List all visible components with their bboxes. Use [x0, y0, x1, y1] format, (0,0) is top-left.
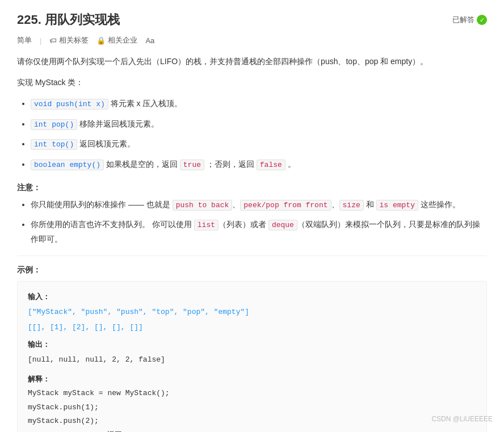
- description-line2: 实现 MyStack 类：: [17, 76, 487, 90]
- related-companies-item[interactable]: 🔒 相关企业: [96, 35, 137, 45]
- company-icon: 🔒: [96, 36, 106, 45]
- output-label-row: 输出：: [28, 337, 476, 352]
- note-section: 注意： 你只能使用队列的标准操作 —— 也就是 push to back、pee…: [17, 183, 487, 246]
- input-label-row: 输入：: [28, 290, 476, 304]
- input-line2: [[], [1], [2], [], [], []]: [28, 320, 476, 335]
- explain-label-row: 解释：: [28, 372, 476, 387]
- divider1: |: [40, 36, 41, 45]
- example-section: 示例： 输入： ["MyStack", "push", "push", "top…: [17, 265, 487, 432]
- note-title: 注意：: [17, 183, 487, 193]
- font-size-item[interactable]: Aa: [145, 36, 154, 45]
- method-signature-2: int top(): [31, 139, 77, 150]
- list-item: 你只能使用队列的标准操作 —— 也就是 push to back、peek/po…: [31, 198, 487, 212]
- related-tags-label: 相关标签: [59, 35, 89, 45]
- method-desc-3-text: 如果栈是空的，返回 true ；否则，返回 false 。: [106, 160, 296, 169]
- method-signature-0: void push(int x): [31, 99, 108, 110]
- tags-row: 简单 | 🏷 相关标签 🔒 相关企业 Aa: [17, 35, 487, 45]
- explain-code-block: MyStack myStack = new MyStack(); myStack…: [28, 387, 476, 432]
- note-list: 你只能使用队列的标准操作 —— 也就是 push to back、peek/po…: [17, 198, 487, 246]
- footer-brand: CSDN @LiUEEEEE: [431, 415, 493, 423]
- input-code-line1: ["MyStack", "push", "push", "top", "pop"…: [28, 308, 249, 316]
- method-signature-3: boolean empty(): [31, 160, 104, 170]
- input-line1: ["MyStack", "push", "push", "top", "pop"…: [28, 304, 476, 320]
- note-item-0-text: 你只能使用队列的标准操作 —— 也就是 push to back、peek/po…: [31, 200, 460, 209]
- note-item-1-text: 你所使用的语言也许不支持队列。 你可以使用 list（列表）或者 deque（双…: [31, 220, 480, 243]
- output-label: 输出：: [28, 340, 50, 349]
- method-desc-2: 返回栈顶元素。: [79, 139, 135, 148]
- input-code-line2: [[], [1], [2], [], [], []]: [28, 323, 143, 332]
- input-label: 输入：: [28, 292, 50, 301]
- list-item: int top() 返回栈顶元素。: [31, 137, 487, 151]
- difficulty-tag[interactable]: 简单: [17, 35, 32, 45]
- problem-number: 225.: [17, 12, 41, 27]
- tag-icon: 🏷: [49, 36, 57, 45]
- explain-line-0: MyStack myStack = new MyStack();: [28, 387, 476, 401]
- output-value: [null, null, null, 2, 2, false]: [28, 355, 165, 364]
- solved-label: 已解答: [452, 15, 474, 25]
- example-box: 输入： ["MyStack", "push", "push", "top", "…: [17, 281, 487, 432]
- section-divider: [17, 255, 487, 256]
- problem-title: 用队列实现栈: [45, 12, 120, 27]
- description-line1: 请你仅使用两个队列实现一个后入先出（LIFO）的栈，并支持普通栈的全部四种操作（…: [17, 54, 487, 69]
- check-icon: ✓: [477, 15, 487, 25]
- explain-line-2: myStack.push(2);: [28, 414, 476, 429]
- method-list: void push(int x) 将元素 x 压入栈顶。 int pop() 移…: [17, 97, 487, 171]
- explain-line-3: myStack.top(); // 返回 2: [28, 429, 476, 432]
- solved-badge: 已解答 ✓: [452, 15, 487, 25]
- method-desc-0: 将元素 x 压入栈顶。: [111, 99, 183, 108]
- method-desc-1: 移除并返回栈顶元素。: [79, 119, 159, 128]
- related-tags-item[interactable]: 🏷 相关标签: [49, 35, 89, 45]
- related-companies-label: 相关企业: [108, 35, 137, 45]
- list-item: 你所使用的语言也许不支持队列。 你可以使用 list（列表）或者 deque（双…: [31, 217, 487, 246]
- page-title: 225. 用队列实现栈: [17, 11, 120, 28]
- list-item: boolean empty() 如果栈是空的，返回 true ；否则，返回 fa…: [31, 157, 487, 171]
- font-icon: Aa: [145, 36, 154, 45]
- explain-line-1: myStack.push(1);: [28, 401, 476, 415]
- explain-label: 解释：: [28, 375, 50, 383]
- output-value-row: [null, null, null, 2, 2, false]: [28, 352, 476, 367]
- example-title: 示例：: [17, 265, 487, 275]
- list-item: void push(int x) 将元素 x 压入栈顶。: [31, 97, 487, 111]
- difficulty-label: 简单: [17, 35, 32, 45]
- list-item: int pop() 移除并返回栈顶元素。: [31, 117, 487, 131]
- title-row: 225. 用队列实现栈 已解答 ✓: [17, 11, 487, 28]
- method-signature-1: int pop(): [31, 119, 77, 130]
